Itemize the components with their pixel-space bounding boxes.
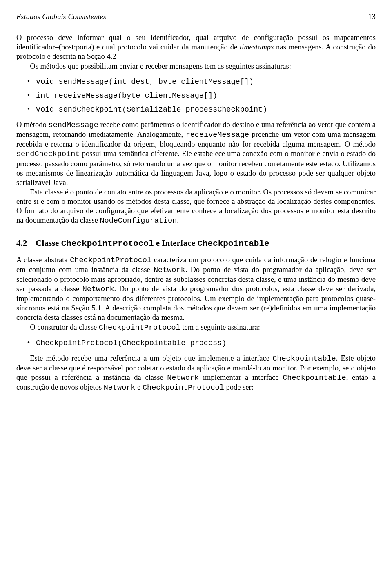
code-signature: int receiveMessage(byte clientMessage[]) [36, 91, 217, 100]
list-item: void sendCheckpoint(Serializable process… [16, 105, 376, 114]
code-inline: NodeConfiguration [100, 216, 177, 225]
code-inline: Checkpointable [272, 355, 336, 363]
intro-paragraph-2: Os métodos que possibilitam enviar e rec… [16, 62, 376, 71]
code-inline: Network [104, 384, 136, 392]
list-item: int receiveMessage(byte clientMessage[]) [16, 91, 376, 100]
code-signature: void sendMessage(int dest, byte clientMe… [36, 78, 254, 86]
code-inline: CheckpointProtocol [70, 256, 151, 265]
code-signature: void sendCheckpoint(Serializable process… [36, 105, 267, 114]
code-inline: Checkpointable [283, 374, 346, 382]
method-signature-list: void sendMessage(int dest, byte clientMe… [16, 77, 376, 114]
code-signature: CheckpointProtocol(Checkpointable proces… [36, 339, 226, 348]
code-inline: Network [167, 374, 199, 382]
list-item: void sendMessage(int dest, byte clientMe… [16, 77, 376, 87]
code-inline: CheckpointProtocol [143, 384, 224, 392]
section-number: 4.2 [16, 238, 27, 248]
body-paragraph-4: Esta classe é o ponto de contato entre o… [16, 187, 376, 226]
section-paragraph-6: O construtor da classe CheckpointProtoco… [16, 323, 376, 332]
running-title: Estados Globais Consistentes [16, 12, 106, 22]
code-inline: CheckpointProtocol [61, 239, 154, 248]
constructor-signature-list: CheckpointProtocol(Checkpointable proces… [16, 338, 376, 348]
code-inline: CheckpointProtocol [99, 323, 180, 332]
section-paragraph-5: A classe abstrata CheckpointProtocol car… [16, 255, 376, 323]
list-item: CheckpointProtocol(Checkpointable proces… [16, 338, 376, 348]
code-inline: Network [82, 285, 114, 294]
section-heading: 4.2Classe CheckpointProtocol e Interface… [16, 238, 376, 249]
body-paragraph-3: O método sendMessage recebe como parâmet… [16, 120, 376, 187]
code-inline: receiveMessage [186, 131, 249, 139]
code-inline: Checkpointable [197, 239, 269, 248]
tail-paragraph-7: Este método recebe uma referência a um o… [16, 354, 376, 393]
code-inline: sendMessage [49, 121, 98, 129]
timestamps-term: timestamps [240, 43, 274, 51]
intro-paragraph-1: O processo deve informar qual o seu iden… [16, 33, 376, 61]
code-inline: Network [154, 266, 185, 274]
code-inline: sendCheckpoint [16, 150, 80, 158]
running-header: Estados Globais Consistentes 13 [16, 12, 376, 22]
page-number: 13 [368, 12, 376, 22]
